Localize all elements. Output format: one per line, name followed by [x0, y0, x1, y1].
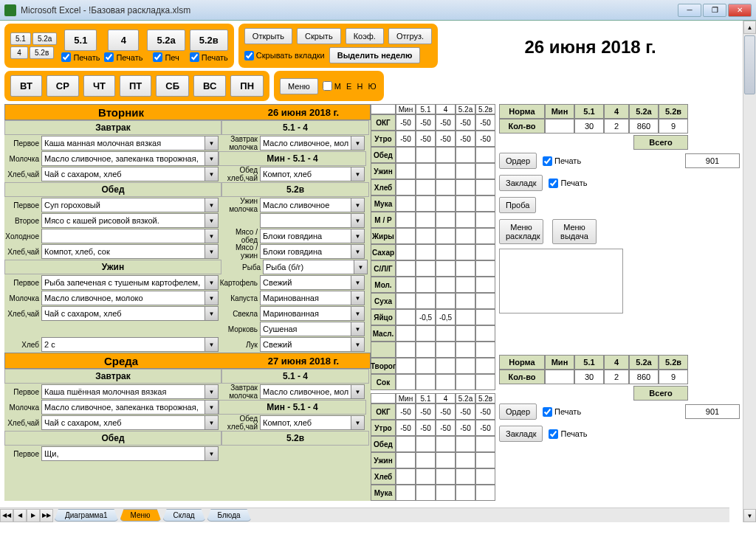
note-area[interactable] — [499, 249, 623, 313]
btn-4[interactable]: 4 — [108, 30, 139, 51]
tue-o-vtoroe[interactable] — [41, 213, 205, 228]
dropdown-icon[interactable]: ▼ — [205, 400, 219, 415]
dropdown-icon[interactable]: ▼ — [205, 229, 219, 243]
btn-menu-vyd[interactable]: Меню выдача — [552, 219, 597, 244]
btn-5-1[interactable]: 5.1 — [64, 30, 97, 51]
maximize-button[interactable]: ❐ — [703, 4, 726, 17]
dropdown-icon[interactable]: ▼ — [205, 198, 219, 212]
tue-u-hc[interactable] — [41, 306, 205, 321]
dropdown-icon[interactable]: ▼ — [351, 415, 365, 430]
scroll-up-icon[interactable]: ▲ — [743, 21, 756, 34]
tue-s-ryba[interactable] — [263, 260, 354, 274]
close-button[interactable]: ✕ — [728, 4, 752, 17]
dropdown-icon[interactable]: ▼ — [205, 167, 219, 181]
dropdown-icon[interactable]: ▼ — [351, 136, 365, 150]
dropdown-icon[interactable]: ▼ — [205, 337, 219, 352]
dropdown-icon[interactable]: ▼ — [351, 244, 365, 259]
tue-s-muzhin[interactable] — [260, 244, 351, 259]
dropdown-icon[interactable]: ▼ — [354, 260, 368, 274]
btn-pn[interactable]: ПН — [230, 75, 264, 97]
tue-s-svek[interactable] — [260, 306, 351, 321]
btn-5-2v-sm[interactable]: 5.2в — [30, 46, 54, 59]
btn-zaklad[interactable]: Закладк — [499, 175, 543, 191]
tue-s-luk[interactable] — [260, 337, 351, 352]
btn-4-sm[interactable]: 4 — [10, 46, 28, 59]
wed-z-mol[interactable] — [41, 400, 205, 415]
tab-bluda[interactable]: Блюда — [207, 509, 252, 522]
tue-u-mol[interactable] — [41, 291, 205, 305]
chk-print-4[interactable] — [190, 52, 199, 62]
tab-diagram[interactable]: Диаграмма1 — [54, 509, 119, 522]
wed-s-zavmol[interactable] — [260, 384, 351, 399]
btn-order[interactable]: Ордер — [499, 153, 537, 169]
dropdown-icon[interactable]: ▼ — [351, 322, 365, 336]
dropdown-icon[interactable]: ▼ — [205, 384, 219, 399]
btn-coef[interactable]: Коэф. — [346, 28, 384, 44]
btn-select-week[interactable]: Выделить неделю — [329, 47, 421, 63]
btn-pt[interactable]: ПТ — [120, 75, 151, 97]
minimize-button[interactable]: ─ — [678, 4, 701, 17]
chk-print-zaklad-2[interactable] — [549, 429, 558, 439]
chk-print-order[interactable] — [543, 156, 552, 166]
tue-s-mobed[interactable] — [260, 229, 351, 243]
btn-sb[interactable]: СБ — [156, 75, 189, 97]
dropdown-icon[interactable]: ▼ — [205, 415, 219, 430]
btn-5-2a-sm[interactable]: 5.2а — [32, 32, 57, 45]
btn-5-1-sm[interactable]: 5.1 — [10, 32, 31, 45]
tab-nav-first[interactable]: ◀◀ — [0, 509, 13, 522]
tue-o-hc[interactable] — [41, 244, 205, 259]
scroll-down-icon[interactable]: ▼ — [743, 509, 756, 522]
tab-sklad[interactable]: Склад — [162, 509, 206, 522]
tue-s-zavmol[interactable] — [260, 136, 351, 150]
chk-print-order-2[interactable] — [543, 407, 552, 417]
btn-vs[interactable]: ВС — [193, 75, 226, 97]
tue-s-kart[interactable] — [260, 275, 351, 290]
wed-s-obedhc[interactable] — [260, 415, 351, 430]
btn-cht[interactable]: ЧТ — [83, 75, 115, 97]
tab-nav-prev[interactable]: ◀ — [13, 509, 27, 522]
dropdown-icon[interactable]: ▼ — [351, 275, 365, 290]
btn-proba[interactable]: Проба — [499, 197, 536, 213]
tue-s-kap[interactable] — [260, 291, 351, 305]
dropdown-icon[interactable]: ▼ — [351, 291, 365, 305]
dropdown-icon[interactable]: ▼ — [205, 151, 219, 166]
dropdown-icon[interactable]: ▼ — [205, 275, 219, 290]
btn-menu-rask[interactable]: Меню раскладк — [499, 219, 543, 244]
tab-nav-next[interactable]: ▶ — [27, 509, 40, 522]
chk-menu[interactable] — [323, 81, 332, 91]
btn-5-2v[interactable]: 5.2в — [190, 30, 228, 51]
btn-vt[interactable]: ВТ — [10, 75, 42, 97]
scroll-thumb[interactable] — [744, 35, 755, 94]
tab-menu[interactable]: Меню — [120, 509, 162, 522]
chk-print-zaklad[interactable] — [549, 179, 558, 188]
tue-s-uzhmol[interactable] — [260, 198, 351, 212]
btn-ship[interactable]: Отгруз. — [388, 28, 432, 44]
dropdown-icon[interactable]: ▼ — [351, 213, 365, 228]
wed-z-hc[interactable] — [41, 415, 205, 430]
btn-open[interactable]: Открыть — [244, 28, 292, 44]
dropdown-icon[interactable]: ▼ — [205, 244, 219, 259]
btn-5-2a[interactable]: 5.2а — [147, 30, 185, 51]
tue-o-pervoe[interactable] — [41, 198, 205, 212]
wed-o-pervoe[interactable] — [41, 446, 205, 461]
tue-s-obedhc[interactable] — [260, 167, 351, 181]
tue-hleb[interactable] — [41, 337, 205, 352]
btn-order-2[interactable]: Ордер — [499, 403, 537, 420]
chk-hide-tabs[interactable] — [244, 51, 254, 60]
chk-print-2[interactable] — [104, 52, 114, 62]
btn-zaklad-2[interactable]: Закладк — [499, 426, 543, 442]
chk-print-3[interactable] — [153, 52, 162, 62]
dropdown-icon[interactable]: ▼ — [205, 291, 219, 305]
dropdown-icon[interactable]: ▼ — [351, 337, 365, 352]
tue-z-mol[interactable] — [41, 151, 205, 166]
btn-hide[interactable]: Скрыть — [297, 28, 341, 44]
dropdown-icon[interactable]: ▼ — [351, 167, 365, 181]
tue-o-hol[interactable] — [41, 229, 205, 243]
dropdown-icon[interactable]: ▼ — [205, 306, 219, 321]
dropdown-icon[interactable]: ▼ — [351, 198, 365, 212]
dropdown-icon[interactable]: ▼ — [351, 229, 365, 243]
dropdown-icon[interactable]: ▼ — [351, 384, 365, 399]
btn-sr[interactable]: СР — [47, 75, 79, 97]
dropdown-icon[interactable]: ▼ — [351, 306, 365, 321]
tue-z-pervoe[interactable] — [41, 136, 205, 150]
